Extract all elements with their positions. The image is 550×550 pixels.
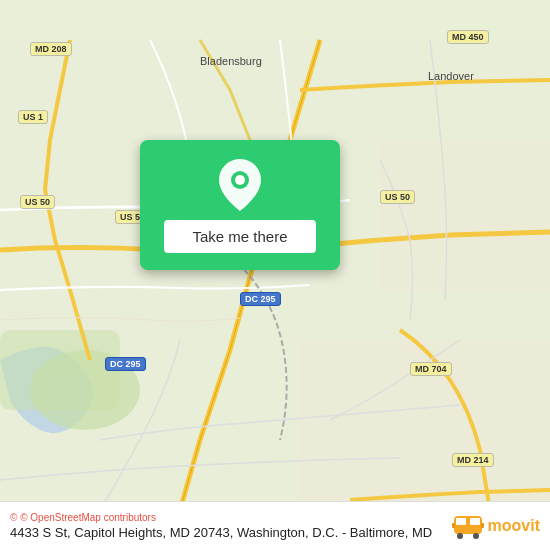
svg-rect-8 [456, 518, 466, 525]
svg-rect-13 [481, 523, 484, 528]
road-badge-us50-left: US 50 [20, 195, 55, 209]
road-badge-dc295-bot: DC 295 [105, 357, 146, 371]
label-bladensburg: Bladensburg [200, 55, 262, 67]
svg-rect-9 [470, 518, 480, 525]
road-badge-md450: MD 450 [447, 30, 489, 44]
svg-rect-3 [380, 140, 550, 290]
navigation-card: Take me there [140, 140, 340, 270]
label-landover: Landover [428, 70, 474, 82]
road-badge-us50-right: US 50 [380, 190, 415, 204]
moovit-bus-icon [452, 510, 484, 542]
road-badge-us1: US 1 [18, 110, 48, 124]
svg-rect-12 [452, 523, 455, 528]
svg-rect-2 [0, 330, 120, 410]
svg-point-10 [457, 533, 463, 539]
osm-attribution: © © OpenStreetMap contributors [10, 512, 452, 523]
svg-point-6 [235, 175, 245, 185]
road-badge-dc295-top: DC 295 [240, 292, 281, 306]
bottom-bar-left: © © OpenStreetMap contributors 4433 S St… [10, 512, 452, 540]
moovit-logo: moovit [452, 510, 540, 542]
road-badge-md214: MD 214 [452, 453, 494, 467]
bottom-info-bar: © © OpenStreetMap contributors 4433 S St… [0, 501, 550, 550]
take-me-there-button[interactable]: Take me there [164, 220, 315, 253]
map-container: MD 208 US 1 US 50 US 50 US 50 MD 450 DC … [0, 0, 550, 550]
road-badge-md208: MD 208 [30, 42, 72, 56]
svg-point-11 [473, 533, 479, 539]
moovit-brand-text: moovit [488, 517, 540, 535]
road-badge-md704: MD 704 [410, 362, 452, 376]
location-pin-icon [218, 158, 262, 212]
osm-text: © OpenStreetMap contributors [20, 512, 156, 523]
map-svg [0, 0, 550, 550]
osm-icon: © [10, 512, 17, 523]
address-display: 4433 S St, Capitol Heights, MD 20743, Wa… [10, 525, 452, 540]
